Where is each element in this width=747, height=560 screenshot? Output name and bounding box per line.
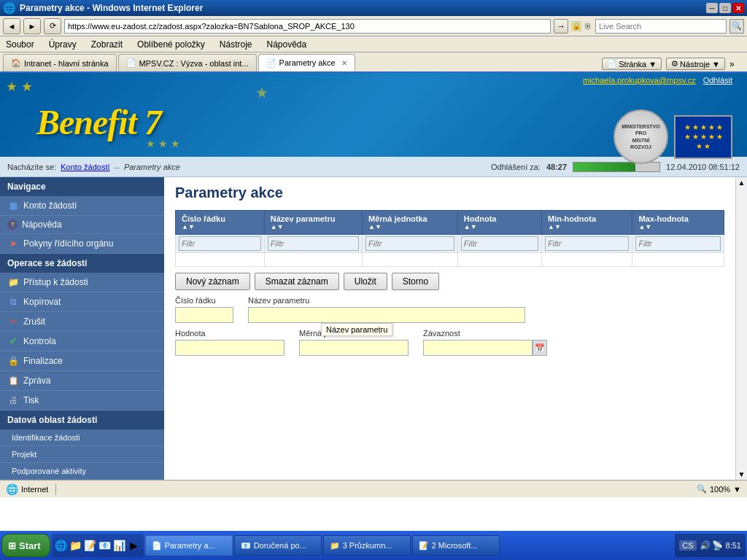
menu-nastroje[interactable]: Nástroje — [217, 38, 255, 51]
taskbar-task-microsoft[interactable]: 📝 2 Microsoft... — [412, 535, 500, 556]
sidebar-item-identifikace[interactable]: Identifikace žádosti — [0, 429, 164, 446]
col-merna-jednotka[interactable]: Měrná jednotka ▲▼ — [363, 211, 458, 235]
tab-bar: 🏠 Intranet - hlavní stránka 📄 MPSV.CZ : … — [0, 52, 747, 73]
forward-button[interactable]: ► — [23, 18, 41, 34]
taskbar-task-dorucena[interactable]: 📧 Doručená po... — [234, 535, 322, 556]
save-button[interactable]: Uložit — [344, 273, 387, 290]
task-icon: 📁 — [330, 541, 340, 551]
sidebar-item-napoveda[interactable]: ? Nápověda — [0, 216, 164, 234]
start-button[interactable]: ⊞ Start — [1, 534, 50, 557]
sidebar-item-projekt[interactable]: Projekt — [0, 446, 164, 463]
calendar-button[interactable]: 📅 — [533, 340, 547, 356]
right-scrollbar[interactable]: ▲ ▼ — [735, 177, 747, 480]
form-field-cislo: Číslo řádku — [175, 296, 233, 323]
breadcrumb-link[interactable]: Konto žádostí — [61, 163, 109, 171]
maximize-button[interactable]: □ — [719, 3, 731, 13]
logout-link[interactable]: Odhlásit — [703, 76, 732, 85]
close-button[interactable]: ✕ — [732, 3, 744, 13]
address-input[interactable] — [64, 19, 551, 34]
new-record-button[interactable]: Nový záznam — [175, 273, 250, 290]
col-hodnota[interactable]: Hodnota ▲▼ — [457, 211, 541, 235]
cislo-radku-input[interactable] — [175, 307, 233, 323]
sidebar-item-zprava[interactable]: 📋 Zpráva — [0, 371, 164, 391]
sidebar-finalizace-label: Finalizace — [23, 356, 63, 366]
nazev-param-input[interactable] — [248, 307, 525, 323]
stars-bottom: ★ ★ ★ — [146, 138, 180, 149]
sidebar-item-finalizace[interactable]: 🔒 Finalizace — [0, 351, 164, 371]
tab-intranet[interactable]: 🏠 Intranet - hlavní stránka — [3, 54, 117, 71]
sidebar-zrusit-label: Zrušit — [23, 316, 45, 327]
sort-arrows-hodnota[interactable]: ▲▼ — [464, 223, 535, 230]
sort-arrows-cislo[interactable]: ▲▼ — [182, 223, 258, 230]
menu-napoveda[interactable]: Nápověda — [264, 38, 310, 51]
page-toolbar-button[interactable]: 📄 Stránka ▼ — [602, 58, 662, 70]
taskbar-task-pruzkumn[interactable]: 📁 3 Průzkumn... — [323, 535, 411, 556]
minimize-button[interactable]: ─ — [706, 3, 718, 13]
taskbar-folder-icon[interactable]: 📁 — [69, 539, 82, 552]
sidebar-item-konto[interactable]: ▦ Konto žádostí — [0, 196, 164, 216]
scroll-up[interactable]: ▲ — [737, 177, 747, 188]
user-email[interactable]: michaela.prokupkova@mpsv.cz — [583, 76, 696, 85]
zavaznost-input[interactable] — [423, 340, 533, 356]
refresh-button[interactable]: ⟳ — [44, 18, 61, 34]
zoom-control[interactable]: 🔍 100% ▼ — [697, 484, 741, 494]
col-nazev-parametru[interactable]: Název parametru ▲▼ — [264, 211, 362, 235]
col-max-hodnota[interactable]: Max-hodnota ▲▼ — [632, 211, 724, 235]
sidebar-item-tisk[interactable]: 🖨 Tisk — [0, 391, 164, 411]
menu-zobrazit[interactable]: Zobrazit — [88, 38, 125, 51]
eu-star: ★ — [692, 133, 699, 141]
tools-toolbar-button[interactable]: ⚙ Nástroje ▼ — [666, 58, 725, 70]
filter-input-hodnota[interactable] — [461, 236, 538, 251]
session-label: Odhlášení za: — [491, 163, 541, 171]
taskbar-word-icon[interactable]: 📝 — [84, 539, 97, 552]
sidebar-item-zrusit[interactable]: ✂ Zrušit — [0, 312, 164, 332]
taskbar-outlook-icon[interactable]: 📧 — [98, 539, 112, 552]
tab-icon: 📄 — [266, 58, 276, 68]
zoom-dropdown-icon[interactable]: ▼ — [733, 485, 741, 494]
question-icon: ? — [7, 219, 18, 230]
filter-input-nazev[interactable] — [268, 236, 359, 251]
sidebar-item-kontrola[interactable]: ✔ Kontrola — [0, 332, 164, 351]
menu-oblibene[interactable]: Oblíbené položky — [134, 38, 208, 51]
filter-input-cislo[interactable] — [179, 236, 261, 251]
scroll-down[interactable]: ▼ — [737, 469, 747, 480]
taskbar-task-parametry[interactable]: 📄 Parametry a... — [145, 535, 233, 556]
col-cislo-radku[interactable]: Číslo řádku ▲▼ — [176, 211, 265, 235]
sidebar-item-pristup[interactable]: 📁 Přístup k žádosti — [0, 273, 164, 292]
search-go-button[interactable]: 🔍 — [729, 19, 744, 34]
merna-jed-input[interactable] — [299, 340, 409, 356]
sort-arrows-merna[interactable]: ▲▼ — [368, 223, 452, 230]
tab-parametry[interactable]: 📄 Parametry akce ✕ — [258, 54, 355, 71]
copy-icon: ⧉ — [7, 296, 19, 308]
cancel-button[interactable]: Storno — [392, 273, 439, 290]
sort-arrows-nazev[interactable]: ▲▼ — [271, 223, 356, 230]
sort-arrows-max[interactable]: ▲▼ — [638, 223, 718, 230]
eu-star: ★ — [708, 123, 715, 131]
hodnota-input[interactable] — [175, 340, 285, 356]
menu-upravy[interactable]: Úpravy — [46, 38, 80, 51]
toolbar-expand-button[interactable]: » — [729, 59, 744, 69]
eu-star: ★ — [704, 142, 711, 150]
sidebar-item-pokyny[interactable]: ➤ Pokyny řídícího orgánu — [0, 234, 164, 254]
search-input[interactable] — [595, 19, 727, 34]
taskbar-excel-icon[interactable]: 📊 — [113, 539, 126, 552]
sidebar-item-kopirovat[interactable]: ⧉ Kopírovat — [0, 292, 164, 312]
user-bar: michaela.prokupkova@mpsv.cz Odhlásit — [583, 76, 732, 85]
tab-close-button[interactable]: ✕ — [341, 59, 347, 67]
logo-area: Benefit 7 — [0, 88, 161, 142]
taskbar-ie-icon[interactable]: 🌐 — [55, 539, 68, 552]
tab-mpsv[interactable]: 📄 MPSV.CZ : Výzva - oblast int... — [118, 54, 257, 71]
delete-record-button[interactable]: Smazat záznam — [255, 273, 339, 290]
go-button[interactable]: → — [554, 19, 568, 34]
sidebar-item-podporovane[interactable]: Podporované aktivity — [0, 463, 164, 480]
filter-input-merna[interactable] — [365, 236, 454, 251]
zoom-level: 100% — [710, 485, 730, 494]
taskbar-more-icon[interactable]: ▶ — [128, 539, 141, 552]
filter-input-min[interactable] — [545, 236, 629, 251]
security-icon: 🔒 — [571, 21, 581, 31]
filter-input-max[interactable] — [635, 236, 721, 251]
sort-arrows-min[interactable]: ▲▼ — [548, 223, 626, 230]
back-button[interactable]: ◄ — [3, 18, 20, 34]
menu-soubor[interactable]: Soubor — [3, 38, 37, 51]
col-min-hodnota[interactable]: Min-hodnota ▲▼ — [542, 211, 632, 235]
